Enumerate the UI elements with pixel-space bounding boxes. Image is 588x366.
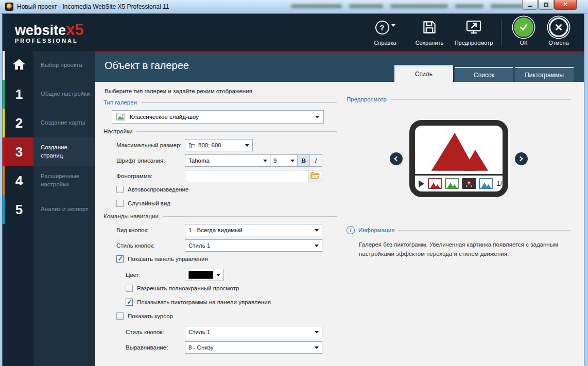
help-button-label: Справка [374, 40, 396, 46]
chevron-down-icon [263, 160, 267, 162]
chevron-down-icon [315, 116, 319, 118]
show-thumbnails-checkbox[interactable] [126, 299, 133, 306]
group-settings: Настройки [103, 128, 337, 134]
sidebar-item-step2[interactable]: 2 Создание карты [3, 109, 95, 137]
alignment-select[interactable]: 8 - Снизу [185, 341, 322, 354]
font-control: Tahoma 9 B I [185, 154, 322, 167]
chevron-down-icon [245, 144, 249, 147]
cancel-button[interactable]: Отмена [541, 18, 577, 46]
show-control-panel-checkbox-row[interactable]: Показать панель управления [103, 255, 337, 263]
button-style-select[interactable]: Стиль 1 [185, 239, 322, 252]
toolbar-separator [501, 19, 501, 46]
chevron-down-icon [315, 229, 319, 232]
ok-button-label: ОК [520, 40, 528, 46]
logo-x5-text: x5 [66, 21, 83, 39]
show-cursor-label: Показать курсор [128, 313, 173, 319]
alignment-label: Выравнивание: [126, 344, 185, 351]
fullscreen-checkbox[interactable] [126, 285, 133, 292]
step-label: Создание страниц [33, 137, 95, 166]
autoplay-checkbox-row[interactable]: Автовоспроизведение [103, 185, 337, 194]
preview-button[interactable]: Предпросмотр [452, 18, 496, 46]
slide-counter: 1/5 [497, 180, 506, 187]
ok-button[interactable]: ОК [507, 18, 541, 46]
thumbnail-green[interactable] [445, 178, 459, 189]
step-number: 3 [3, 137, 33, 166]
gallery-type-select[interactable]: Классическое слайд-шоу [112, 110, 324, 124]
sidebar-item-project-selection[interactable]: Выбор проекта [3, 51, 95, 80]
image-icon [116, 112, 125, 122]
window-maximize-button[interactable] [538, 0, 554, 10]
cursor-button-style-select[interactable]: Стиль 1 [185, 326, 322, 338]
fullscreen-checkbox-row[interactable]: Разрешить полноэкранный просмотр [103, 284, 337, 292]
cancel-x-icon [549, 18, 568, 37]
show-cursor-checkbox[interactable] [116, 312, 124, 320]
fullscreen-label: Разрешить полноэкранный просмотр [137, 285, 239, 291]
random-view-checkbox[interactable] [116, 200, 124, 207]
window-close-button[interactable]: ✕ [554, 0, 577, 10]
settings-form: Выберите тип галереи и задайте режим ото… [95, 82, 337, 366]
sidebar-filler [3, 224, 95, 366]
preview-control-bar: 1/5 [415, 174, 503, 191]
font-family-value: Tahoma [188, 158, 260, 164]
soundtrack-label: Фонограмма: [116, 173, 185, 179]
cancel-button-label: Отмена [548, 40, 568, 46]
show-thumbnails-label: Показывать пиктограммы на панели управле… [137, 299, 271, 305]
sidebar-item-step5[interactable]: 5 Анализ и экспорт [3, 195, 95, 224]
step-label: Анализ и экспорт [33, 195, 95, 224]
save-button[interactable]: Сохранить [407, 18, 452, 46]
thumbnail-blue[interactable] [479, 178, 493, 189]
font-family-select[interactable]: Tahoma [185, 155, 270, 166]
button-style-label: Стиль кнопок: [116, 242, 185, 249]
info-text: Галерея без пиктограмм. Увеличенная карт… [359, 240, 570, 259]
page-header-band: Объект в галерее Стиль Список Пиктограмм… [95, 53, 584, 82]
italic-button[interactable]: I [309, 155, 322, 166]
minimize-icon [528, 6, 532, 7]
font-label: Шрифт описания: [116, 158, 185, 164]
step-number: 4 [3, 166, 33, 195]
autoplay-checkbox[interactable] [116, 186, 124, 193]
chevron-down-icon [315, 245, 319, 247]
info-icon: i [347, 226, 355, 234]
play-icon[interactable] [419, 180, 424, 187]
preview-image [415, 126, 503, 174]
tab-list[interactable]: Список [455, 67, 513, 82]
color-select[interactable] [185, 269, 224, 281]
soundtrack-input[interactable] [185, 170, 308, 182]
random-view-checkbox-row[interactable]: Случайный вид [103, 199, 337, 207]
chevron-right-icon [518, 156, 523, 161]
button-style-value: Стиль 1 [188, 242, 312, 249]
application-window: websitex5 PROFESSIONAL ? Справка Сохрани… [3, 14, 584, 366]
thumbnail-video[interactable] [462, 178, 476, 189]
chevron-down-icon [216, 274, 220, 276]
gallery-preview: 1/5 [347, 110, 570, 207]
preview-panel: Предпросмотр [337, 82, 584, 366]
group-gallery-type: Тип галереи [103, 99, 337, 106]
button-view-select[interactable]: 1 - Всегда видимый [185, 224, 322, 236]
header-toolbar: ? Справка Сохранить [363, 18, 577, 46]
next-button[interactable] [515, 152, 528, 165]
group-label: Тип галереи [103, 99, 137, 106]
sidebar-item-step3-active[interactable]: 3 Создание страниц [3, 137, 95, 166]
browse-folder-button[interactable] [308, 170, 322, 182]
max-size-select[interactable]: 800; 600 [185, 139, 253, 151]
window-minimize-button[interactable] [522, 0, 538, 10]
window-title: Новый проект - Incomedia WebSite X5 Prof… [17, 3, 169, 10]
help-button[interactable]: ? Справка [363, 18, 407, 46]
sidebar-item-step4[interactable]: 4 Расширенные настройки [3, 166, 95, 195]
logo-professional-text: PROFESSIONAL [15, 38, 84, 44]
previous-button[interactable] [390, 152, 403, 165]
chevron-down-icon [391, 24, 395, 27]
group-information: i Информация [347, 226, 570, 234]
thumbnail-red[interactable] [428, 178, 442, 189]
group-label: Настройки [103, 128, 132, 134]
preview-button-label: Предпросмотр [455, 40, 493, 46]
sidebar-item-step1[interactable]: 1 Общие настройки [3, 80, 95, 109]
show-control-panel-checkbox[interactable] [116, 255, 124, 263]
tab-style[interactable]: Стиль [394, 65, 453, 82]
show-thumbnails-checkbox-row[interactable]: Показывать пиктограммы на панели управле… [103, 298, 337, 306]
show-cursor-checkbox-row[interactable]: Показать курсор [103, 312, 337, 320]
font-size-select[interactable]: 9 [270, 155, 297, 166]
tab-pictograms[interactable]: Пиктограммы [515, 67, 574, 82]
bold-button[interactable]: B [297, 155, 309, 166]
step-label: Общие настройки [33, 80, 95, 109]
